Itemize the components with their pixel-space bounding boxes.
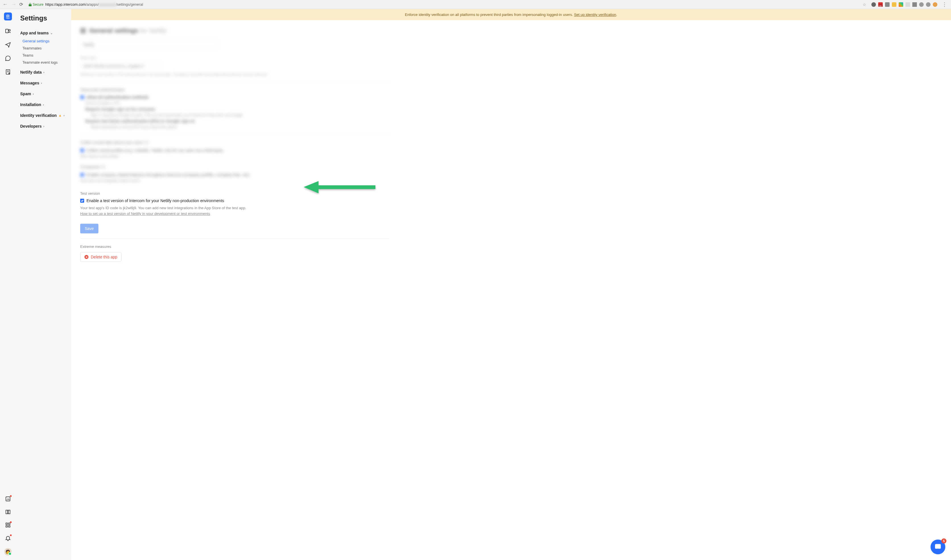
secure-icon: Secure — [29, 3, 43, 6]
inbox-icon[interactable] — [5, 55, 11, 62]
test-version-label: Test version — [80, 191, 389, 195]
warning-icon: ▲ — [58, 114, 62, 117]
nav-identity-verification[interactable]: Identity verification▲› — [20, 111, 66, 120]
extension-icon[interactable] — [885, 2, 889, 7]
nav-app-and-teams[interactable]: App and teams⌄ — [20, 28, 66, 37]
chevron-right-icon: › — [63, 114, 64, 117]
chevron-right-icon: › — [33, 92, 34, 95]
url-bar[interactable]: Secure https://app.intercom.com/a/apps//… — [26, 2, 860, 6]
extension-icon[interactable] — [933, 2, 937, 7]
save-button[interactable]: Save — [80, 224, 99, 233]
nav-spam[interactable]: Spam› — [20, 89, 66, 98]
extension-icons — [871, 2, 937, 7]
browser-chrome: ← → ⟳ Secure https://app.intercom.com/a/… — [0, 0, 951, 9]
nav-teammate-event-logs[interactable]: Teammate event logs — [20, 59, 66, 66]
svg-rect-10 — [8, 523, 10, 525]
articles-icon[interactable] — [5, 69, 11, 75]
svg-rect-16 — [938, 545, 939, 548]
url-text: https://app.intercom.com/a/apps//setting… — [45, 2, 143, 6]
extreme-measures-label: Extreme measures — [80, 245, 389, 249]
extension-icon[interactable] — [919, 2, 924, 7]
icon-rail: 🧑 — [0, 9, 15, 560]
chrome-menu-icon[interactable]: ⋮ — [940, 2, 949, 8]
reports-icon[interactable] — [5, 496, 11, 502]
bookmark-star-icon[interactable]: ☆ — [863, 2, 866, 7]
calendar-extension-icon[interactable] — [878, 2, 883, 7]
test-version-help-link[interactable]: How to set up a test version of Netlify … — [80, 211, 210, 216]
blurred-general-settings: General settings for Netlify Netlify Tim… — [80, 27, 389, 183]
svg-rect-11 — [6, 526, 8, 527]
extension-icon[interactable] — [899, 2, 903, 7]
extension-icon[interactable] — [892, 2, 896, 7]
svg-rect-17 — [939, 545, 940, 547]
svg-rect-0 — [6, 15, 7, 17]
svg-rect-12 — [8, 526, 10, 527]
intercom-logo[interactable] — [4, 12, 12, 20]
forward-button[interactable]: → — [11, 2, 17, 8]
svg-rect-1 — [7, 14, 8, 18]
delete-icon: ✕ — [85, 255, 88, 259]
chevron-right-icon: › — [43, 103, 44, 106]
test-version-checkbox-label: Enable a test version of Intercom for yo… — [86, 198, 224, 203]
svg-point-5 — [9, 29, 10, 31]
test-version-checkbox[interactable] — [80, 199, 84, 203]
reload-button[interactable]: ⟳ — [19, 2, 23, 7]
secure-label: Secure — [33, 3, 43, 6]
back-button[interactable]: ← — [2, 2, 8, 8]
apps-icon[interactable] — [5, 522, 11, 528]
intercom-messenger-widget[interactable]: 5 — [931, 540, 945, 554]
chevron-right-icon: › — [43, 71, 44, 74]
nav-developers[interactable]: Developers› — [20, 122, 66, 131]
notifications-icon[interactable] — [5, 535, 11, 541]
chevron-right-icon: › — [43, 125, 44, 128]
info-extension-icon[interactable] — [871, 2, 876, 7]
outbound-icon[interactable] — [5, 42, 11, 48]
svg-rect-13 — [935, 544, 941, 549]
sidebar-title: Settings — [20, 14, 66, 22]
chevron-down-icon: ⌄ — [50, 32, 52, 35]
widget-badge: 5 — [941, 538, 946, 543]
nav-general-settings[interactable]: General settings — [20, 37, 66, 45]
svg-rect-9 — [6, 523, 8, 525]
main-content: Enforce identity verification on all pla… — [71, 9, 951, 560]
nav-teams[interactable]: Teams — [20, 52, 66, 59]
test-version-help: Your test app's ID code is jk2wl9j9. You… — [80, 206, 389, 210]
profile-avatar[interactable]: 🧑 — [4, 548, 12, 555]
nav-messages[interactable]: Messages› — [20, 78, 66, 88]
svg-rect-15 — [937, 545, 938, 548]
platform-icon[interactable] — [5, 28, 11, 34]
chevron-right-icon: › — [41, 82, 42, 85]
delete-app-button[interactable]: ✕ Delete this app — [80, 252, 122, 262]
nav-teammates[interactable]: Teammates — [20, 45, 66, 52]
svg-rect-4 — [5, 29, 8, 33]
svg-rect-2 — [8, 14, 9, 18]
nav-netlify-data[interactable]: Netlify data› — [20, 68, 66, 77]
svg-rect-3 — [9, 15, 9, 17]
book-icon[interactable] — [5, 509, 11, 515]
nav-installation[interactable]: Installation› — [20, 100, 66, 109]
banner-link[interactable]: Set up identity verification — [574, 12, 616, 17]
extension-icon[interactable] — [905, 2, 910, 7]
delete-app-label: Delete this app — [91, 255, 117, 259]
extension-icon[interactable] — [926, 2, 931, 7]
test-version-section: Test version Enable a test version of In… — [80, 191, 389, 216]
settings-sidebar: Settings App and teams⌄ General settings… — [15, 9, 71, 560]
svg-rect-14 — [936, 545, 937, 547]
identity-banner: Enforce identity verification on all pla… — [71, 9, 951, 20]
extension-icon[interactable] — [912, 2, 917, 7]
